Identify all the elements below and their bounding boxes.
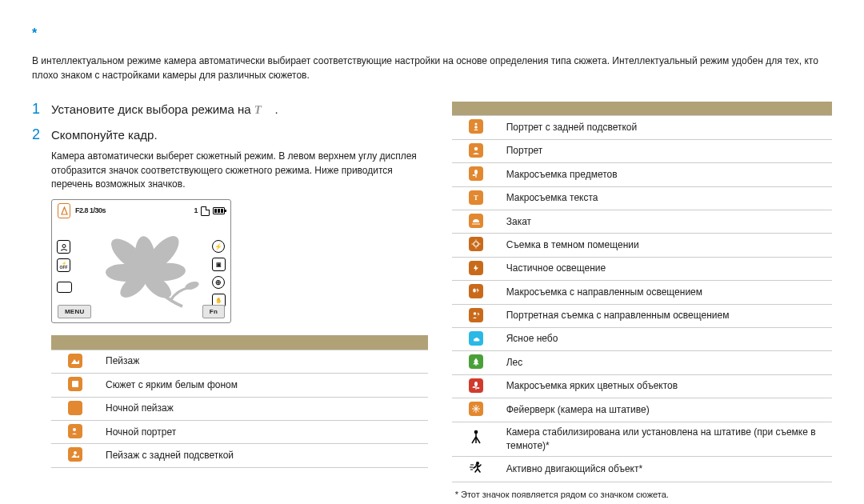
left-column: 1 Установите диск выбора режима на T . 2… xyxy=(32,98,428,502)
icon-label: Камера стабилизирована или установлена н… xyxy=(500,422,832,457)
table-row: Портрет с задней подсветкой xyxy=(452,116,832,139)
intro-paragraph: В интеллектуальном режиме камера автомат… xyxy=(32,54,832,82)
icon-label: Пейзаж с задней подсветкой xyxy=(99,444,428,467)
svg-point-25 xyxy=(473,312,476,315)
flash-off-icon: ⚡OFF xyxy=(57,258,70,272)
display-left-icons: ⚡OFF xyxy=(57,240,70,272)
svg-text:T: T xyxy=(474,194,478,202)
icon-label: Ночной пейзаж xyxy=(99,397,428,420)
right-column: Портрет с задней подсветкой Портрет Макр… xyxy=(452,98,832,502)
fn-button[interactable]: Fn xyxy=(202,305,225,319)
step-1-text: Установите диск выбора режима на T . xyxy=(51,101,278,119)
header-asterisk: * xyxy=(32,24,832,42)
table-header-row xyxy=(51,335,428,350)
svg-rect-26 xyxy=(475,365,476,366)
table-row: Фейерверк (камера на штативе) xyxy=(452,398,832,422)
icon-label: Портрет xyxy=(500,139,832,162)
display-extra-icon xyxy=(57,282,72,293)
table-row: Портретная съемка с направленным освещен… xyxy=(452,304,832,327)
main-columns: 1 Установите диск выбора режима на T . 2… xyxy=(32,98,832,502)
partial-light-icon xyxy=(469,261,483,275)
table-row: Сюжет с ярким белым фоном xyxy=(51,374,428,397)
mode-indicator-icon xyxy=(58,203,70,218)
display-top-left: F2.8 1/30s xyxy=(58,203,106,218)
step-1: 1 Установите диск выбора режима на T . xyxy=(32,98,428,119)
table-row: Активно двигающийся объект* xyxy=(452,457,832,482)
battery-icon xyxy=(213,207,225,214)
svg-point-10 xyxy=(73,428,76,431)
icon-label: Съемка в темном помещении xyxy=(500,234,832,257)
flower-graphic xyxy=(96,226,200,314)
macro-text-icon: T xyxy=(469,190,483,205)
sdcard-icon xyxy=(201,206,210,216)
icon-label: Портрет с задней подсветкой xyxy=(500,116,832,139)
icon-label: Фейерверк (камера на штативе) xyxy=(500,398,832,422)
fireworks-icon xyxy=(469,402,483,416)
table-row: Лес xyxy=(452,351,832,374)
icon-label: Сюжет с ярким белым фоном xyxy=(99,374,428,397)
icon-label: Макросъемка текста xyxy=(500,186,832,210)
exposure-text: F2.8 1/30s xyxy=(75,206,106,216)
off-text: OFF xyxy=(60,266,68,270)
table-row: TМакросъемка текста xyxy=(452,186,832,210)
svg-point-0 xyxy=(62,244,66,247)
forest-icon xyxy=(469,354,483,369)
backlit-landscape-icon xyxy=(68,447,82,462)
table-row: Ясное небо xyxy=(452,327,832,350)
display-bottombar: MENU Fn xyxy=(58,305,225,319)
svg-point-14 xyxy=(474,147,478,150)
table-row: Ночной пейзаж xyxy=(51,397,428,420)
macro-spotlight-icon xyxy=(469,284,483,298)
flash-mode-icon: ⚡ xyxy=(212,240,225,253)
table-row: Закат xyxy=(452,210,832,234)
macro-color-icon xyxy=(469,378,483,393)
icon-label: Частичное освещение xyxy=(500,257,832,280)
step-2: 2 Скомпонуйте кадр. xyxy=(32,124,428,145)
sunset-icon xyxy=(469,214,483,228)
backlit-portrait-icon xyxy=(469,119,483,134)
clear-sky-icon xyxy=(469,331,483,346)
svg-point-11 xyxy=(74,451,77,454)
night-portrait-icon xyxy=(68,424,82,438)
substep-text: Камера автоматически выберет сюжетный ре… xyxy=(51,150,428,191)
svg-point-34 xyxy=(474,430,478,434)
svg-point-19 xyxy=(474,242,478,246)
icon-label: Закат xyxy=(500,210,832,234)
tripod-icon xyxy=(469,430,483,444)
table-row: Частичное освещение xyxy=(452,257,832,280)
svg-point-13 xyxy=(474,126,478,130)
step-2-text: Скомпонуйте кадр. xyxy=(51,126,158,144)
table-header-row xyxy=(452,102,832,116)
camera-display-wrap: F2.8 1/30s 1 ⚡OFF ⚡ ▣ ⊕ xyxy=(51,199,428,323)
display-right-icons: ⚡ ▣ ⊕ ✋ xyxy=(212,240,226,307)
white-bg-icon xyxy=(68,377,82,391)
icon-label: Макросъемка с направленным освещением xyxy=(500,281,832,304)
step-1-post: . xyxy=(275,102,278,116)
footnote: * Этот значок появляется рядом со значко… xyxy=(455,489,832,502)
svg-rect-9 xyxy=(72,381,78,387)
table-row: Макросъемка с направленным освещением xyxy=(452,281,832,304)
face-detect-icon xyxy=(57,240,70,254)
mode-dial-icon: T xyxy=(254,102,262,119)
svg-point-29 xyxy=(476,387,479,389)
moving-subject-icon xyxy=(469,460,483,474)
svg-point-24 xyxy=(473,289,476,293)
table-row: Макросъемка предметов xyxy=(452,163,832,186)
icon-label: Портретная съемка с направленным освещен… xyxy=(500,304,832,327)
portrait-spotlight-icon xyxy=(469,308,483,322)
dark-indoor-icon xyxy=(469,237,483,251)
night-landscape-icon xyxy=(68,401,82,415)
portrait-icon xyxy=(469,143,483,158)
right-icon-table: Портрет с задней подсветкой Портрет Макр… xyxy=(452,102,832,482)
macro-objects-icon xyxy=(469,166,483,181)
display-top-right: 1 xyxy=(194,206,225,216)
svg-point-16 xyxy=(472,174,475,176)
icon-label: Лес xyxy=(500,351,832,374)
icon-label: Пейзаж xyxy=(99,350,428,373)
display-toggle-icon: ▣ xyxy=(212,258,226,271)
menu-button[interactable]: MENU xyxy=(58,305,91,319)
shot-count: 1 xyxy=(194,206,198,216)
table-row: Пейзаж xyxy=(51,350,428,373)
svg-point-39 xyxy=(476,462,479,465)
landscape-icon xyxy=(68,354,82,368)
